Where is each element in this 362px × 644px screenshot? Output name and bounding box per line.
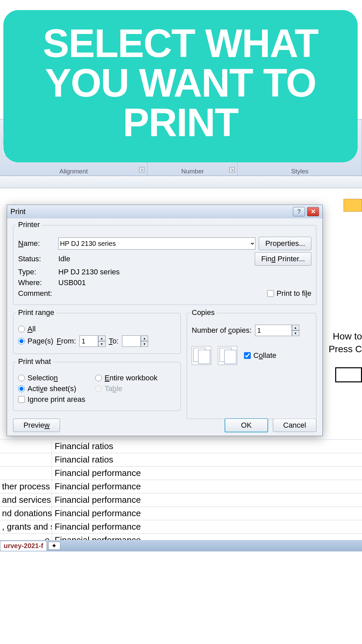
print-to-file-check[interactable]: Print to file <box>267 289 311 298</box>
collate-check[interactable]: Collate <box>244 351 277 360</box>
print-range-legend: Print range <box>16 308 56 317</box>
printer-legend: Printer <box>16 220 42 229</box>
dialog-titlebar[interactable]: Print ? ✕ <box>7 205 322 218</box>
from-down[interactable]: ▼ <box>98 341 106 347</box>
table-row: Financial ratios <box>0 453 362 466</box>
what-entire-radio[interactable]: Entire workbook <box>95 374 158 382</box>
find-printer-button[interactable]: Find Printer... <box>255 252 311 266</box>
copies-legend: Copies <box>190 308 217 317</box>
collate-icon-2 <box>218 346 237 365</box>
where-label: Where: <box>18 278 55 287</box>
printer-name-select[interactable]: HP DJ 2130 series <box>58 237 255 250</box>
overlay-line2: YOU WANT TO <box>13 63 348 103</box>
ignore-print-areas-check[interactable]: Ignore print areas <box>18 395 85 404</box>
from-input[interactable] <box>79 335 98 347</box>
table-row: , grants and sFinancial performance <box>0 520 362 533</box>
collate-icon-1 <box>192 346 211 365</box>
type-value: HP DJ 2130 series <box>58 268 120 276</box>
name-label: Name: <box>18 239 55 248</box>
what-table-radio: Table <box>95 384 122 393</box>
comment-label: Comment: <box>18 289 55 298</box>
properties-button[interactable]: Properties... <box>259 237 311 250</box>
what-active-radio[interactable]: Active sheet(s) <box>18 384 92 393</box>
alignment-launcher[interactable]: ↘ <box>139 167 144 172</box>
spreadsheet-rows: Financial ratios Financial ratios Financ… <box>0 439 362 547</box>
group-label-number: Number <box>181 168 204 175</box>
side-text-2: Press C <box>328 344 362 355</box>
group-label-alignment: Alignment <box>59 168 88 175</box>
print-what-legend: Print what <box>16 357 53 366</box>
sheet-tab[interactable]: urvey-2021-f <box>0 541 47 551</box>
preview-button[interactable]: Preview <box>13 419 60 432</box>
selected-cell-highlight <box>344 199 362 212</box>
table-row: Financial performance <box>0 466 362 480</box>
num-copies-label: Number of copies: <box>192 326 252 335</box>
what-selection-radio[interactable]: Selection <box>18 374 92 382</box>
number-launcher[interactable]: ↘ <box>229 167 235 172</box>
dialog-title: Print <box>10 207 25 216</box>
to-input[interactable] <box>122 335 141 347</box>
to-down[interactable]: ▼ <box>141 341 148 347</box>
range-all-radio[interactable]: All <box>18 325 36 333</box>
overlay-line3: PRINT <box>13 103 348 142</box>
type-label: Type: <box>18 268 55 276</box>
table-row: nd donationsFinancial performance <box>0 506 362 520</box>
help-button[interactable]: ? <box>293 207 305 216</box>
sheet-tab-bar: urvey-2021-f ✦ <box>0 540 362 551</box>
new-sheet-button[interactable]: ✦ <box>48 542 60 550</box>
active-cell-cursor <box>335 367 362 382</box>
copies-down[interactable]: ▼ <box>292 330 299 336</box>
status-value: Idle <box>58 255 70 263</box>
ok-button[interactable]: OK <box>225 418 268 432</box>
to-label: To: <box>109 337 119 345</box>
group-label-styles: Styles <box>291 168 309 175</box>
close-button[interactable]: ✕ <box>307 207 319 216</box>
copies-up[interactable]: ▲ <box>292 325 299 330</box>
status-label: Status: <box>18 255 55 263</box>
table-row: ther processFinancial performance <box>0 480 362 493</box>
from-up[interactable]: ▲ <box>98 335 106 341</box>
overlay-line1: SELECT WHAT <box>13 23 348 63</box>
side-text-1: How to <box>333 331 362 342</box>
from-label: From: <box>57 337 76 345</box>
range-pages-radio[interactable]: Page(s) <box>18 337 53 345</box>
where-value: USB001 <box>58 278 86 287</box>
to-up[interactable]: ▲ <box>141 335 148 341</box>
overlay-banner: SELECT WHAT YOU WANT TO PRINT <box>3 10 358 162</box>
print-dialog: Print ? ✕ Printer Name: HP DJ 2130 serie… <box>7 205 323 436</box>
num-copies-input[interactable] <box>255 325 292 336</box>
table-row: and servicesFinancial performance <box>0 493 362 506</box>
cancel-button[interactable]: Cancel <box>273 419 316 432</box>
table-row: Financial ratios <box>0 439 362 453</box>
